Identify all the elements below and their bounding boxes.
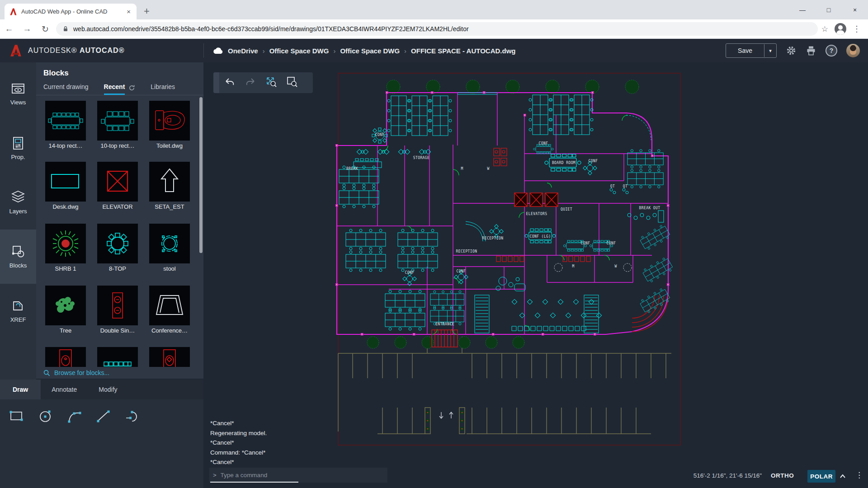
svg-text:CONF: CONF (405, 271, 415, 275)
forward-icon[interactable]: → (18, 24, 36, 34)
url-bar[interactable]: web.autocad.com/onedrive/355482b8-b5ba-4… (56, 22, 818, 36)
polyline-tool-icon[interactable] (124, 408, 141, 424)
redo-button[interactable] (240, 77, 261, 89)
block-item-seta-est[interactable] (149, 162, 190, 202)
window-maximize-icon[interactable]: □ (816, 6, 842, 14)
sidebar-item-properties[interactable]: Prop. (0, 121, 36, 175)
zoom-window-icon[interactable] (282, 76, 302, 89)
new-tab-button[interactable]: + (144, 5, 150, 18)
breadcrumb-item[interactable]: OneDrive (228, 47, 258, 55)
undo-button[interactable] (219, 77, 240, 89)
sidebar-item-blocks[interactable]: Blocks (0, 230, 36, 284)
browser-menu-icon[interactable]: ⋮ (853, 24, 861, 34)
block-partial-icon (149, 347, 190, 367)
block-tree-icon (45, 286, 86, 325)
tab-recent[interactable]: Recent (104, 83, 125, 95)
sidebar-item-xref[interactable]: XREF (0, 284, 36, 338)
plan-sink-circles (554, 263, 632, 272)
window-close-icon[interactable]: × (842, 6, 868, 14)
block-label: Toilet.dwg (146, 142, 193, 149)
block-item-shrb-1[interactable] (45, 224, 86, 263)
svg-text:ENTRANCE: ENTRANCE (435, 322, 454, 326)
toolbar-handle[interactable] (213, 72, 219, 93)
command-history: *Cancel* Regenerating model. *Cancel* Co… (210, 418, 267, 467)
tab-draw[interactable]: Draw (0, 380, 41, 399)
sidebar-item-layers[interactable]: Layers (0, 175, 36, 230)
panel-scrollbar[interactable] (199, 97, 203, 253)
window-minimize-icon[interactable]: — (789, 6, 816, 14)
block-item-toilet[interactable] (149, 101, 190, 141)
block-item-partial[interactable] (97, 347, 138, 367)
block-elevator-icon (97, 162, 138, 202)
circle-tool-icon[interactable] (37, 408, 54, 424)
tab-modify[interactable]: Modify (88, 380, 128, 399)
refresh-icon[interactable] (128, 84, 135, 91)
tab-current-drawing[interactable]: Current drawing (43, 83, 89, 95)
block-item-double-sink[interactable] (97, 286, 138, 325)
block-item-partial[interactable] (149, 347, 190, 367)
block-shrb-1-icon (45, 224, 86, 263)
block-item-elevator[interactable] (97, 162, 138, 202)
back-icon[interactable]: ← (0, 24, 18, 34)
left-toolbar-rail: Views Prop. Layers Blocks XREF (0, 62, 36, 380)
tab-close-icon[interactable]: × (125, 8, 132, 15)
reload-icon[interactable]: ↻ (36, 24, 54, 34)
settings-gear-icon[interactable] (786, 45, 797, 56)
canvas-toolbar (213, 72, 313, 93)
ortho-toggle[interactable]: ORTHO (771, 472, 794, 479)
command-input[interactable] (220, 471, 357, 479)
save-dropdown-caret[interactable]: ▾ (764, 44, 776, 57)
rectangle-tool-icon[interactable] (8, 408, 25, 424)
properties-icon (12, 136, 24, 150)
status-chevron-up-icon[interactable] (839, 471, 846, 482)
browser-tab[interactable]: AutoCAD Web App - Online CAD × (5, 4, 137, 19)
svg-text:CONF (LG): CONF (LG) (530, 235, 551, 239)
tab-libraries[interactable]: Libraries (151, 83, 175, 95)
onedrive-cloud-icon (212, 47, 223, 55)
arc-tool-icon[interactable] (66, 408, 83, 424)
plan-furniture (339, 93, 674, 333)
breadcrumb-separator: › (263, 47, 265, 55)
zoom-extents-icon[interactable] (261, 76, 282, 89)
plan-curved-corner (632, 296, 668, 332)
help-icon[interactable]: ? (826, 45, 837, 56)
plan-walls (337, 93, 668, 334)
rail-label: Layers (9, 208, 27, 215)
autocad-favicon-icon (9, 8, 17, 16)
block-item-desk[interactable] (45, 162, 86, 202)
block-item-conference[interactable] (149, 286, 190, 325)
block-item-partial[interactable] (45, 347, 86, 367)
save-button[interactable]: Save (726, 47, 764, 54)
tab-annotate[interactable]: Annotate (41, 380, 88, 399)
svg-text:BREAK OUT: BREAK OUT (639, 206, 660, 210)
rail-label: XREF (10, 316, 26, 323)
block-label: 8-TOP (94, 265, 141, 272)
breadcrumb-item[interactable]: Office Space DWG (269, 47, 329, 55)
plan-limits (338, 73, 680, 445)
svg-text:RECEPTION: RECEPTION (456, 249, 477, 253)
browse-for-blocks[interactable]: Browse for blocks... (36, 367, 203, 379)
block-item-tree[interactable] (45, 286, 86, 325)
breadcrumb-item[interactable]: Office Space DWG (340, 47, 400, 55)
line-tool-icon[interactable] (95, 408, 112, 424)
block-item-8-top[interactable] (97, 224, 138, 263)
block-partial-icon (97, 347, 138, 367)
rail-label: Views (10, 99, 26, 106)
browser-profile-avatar[interactable] (835, 23, 846, 35)
svg-text:QUIET: QUIET (561, 207, 572, 211)
polar-toggle[interactable]: POLAR (807, 470, 835, 483)
bookmark-star-icon[interactable]: ☆ (821, 24, 828, 34)
status-menu-icon[interactable]: ⋮ (855, 470, 864, 480)
block-item-10-top-rect[interactable] (97, 101, 138, 141)
user-avatar[interactable] (846, 44, 860, 57)
breadcrumb-item-current: OFFICE SPACE - AUTOCAD.dwg (411, 47, 515, 55)
command-prompt-icon: > (213, 472, 217, 479)
autodesk-a-logo-icon (9, 44, 23, 57)
block-item-14-top-rect[interactable] (45, 101, 86, 141)
command-history-line: *Cancel* (210, 418, 267, 428)
floor-plan-drawing[interactable]: CONF BREAK M W STORAGE CONF BOARD ROOM C… (335, 72, 683, 447)
block-8-top-icon (97, 224, 138, 263)
sidebar-item-views[interactable]: Views (0, 67, 36, 121)
print-icon[interactable] (806, 45, 816, 56)
block-item-stool[interactable] (149, 224, 190, 263)
